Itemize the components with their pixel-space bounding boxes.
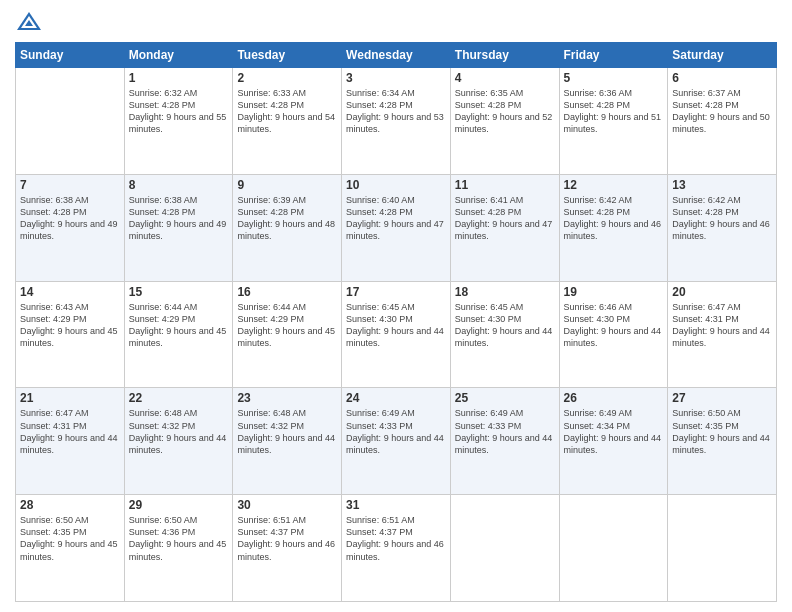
day-cell: 22Sunrise: 6:48 AMSunset: 4:32 PMDayligh… [124, 388, 233, 495]
day-number: 1 [129, 71, 229, 85]
logo [15, 10, 47, 34]
cell-info: Sunrise: 6:48 AMSunset: 4:32 PMDaylight:… [129, 407, 229, 456]
day-cell: 27Sunrise: 6:50 AMSunset: 4:35 PMDayligh… [668, 388, 777, 495]
cell-info: Sunrise: 6:49 AMSunset: 4:33 PMDaylight:… [455, 407, 555, 456]
day-number: 10 [346, 178, 446, 192]
cell-info: Sunrise: 6:50 AMSunset: 4:36 PMDaylight:… [129, 514, 229, 563]
page: SundayMondayTuesdayWednesdayThursdayFrid… [0, 0, 792, 612]
cell-info: Sunrise: 6:40 AMSunset: 4:28 PMDaylight:… [346, 194, 446, 243]
week-row-5: 28Sunrise: 6:50 AMSunset: 4:35 PMDayligh… [16, 495, 777, 602]
cell-info: Sunrise: 6:49 AMSunset: 4:34 PMDaylight:… [564, 407, 664, 456]
day-number: 8 [129, 178, 229, 192]
day-cell: 31Sunrise: 6:51 AMSunset: 4:37 PMDayligh… [342, 495, 451, 602]
day-number: 31 [346, 498, 446, 512]
week-row-4: 21Sunrise: 6:47 AMSunset: 4:31 PMDayligh… [16, 388, 777, 495]
day-cell [668, 495, 777, 602]
cell-info: Sunrise: 6:44 AMSunset: 4:29 PMDaylight:… [129, 301, 229, 350]
logo-icon [15, 10, 43, 34]
day-number: 22 [129, 391, 229, 405]
week-row-1: 1Sunrise: 6:32 AMSunset: 4:28 PMDaylight… [16, 68, 777, 175]
day-cell: 19Sunrise: 6:46 AMSunset: 4:30 PMDayligh… [559, 281, 668, 388]
cell-info: Sunrise: 6:36 AMSunset: 4:28 PMDaylight:… [564, 87, 664, 136]
cell-info: Sunrise: 6:48 AMSunset: 4:32 PMDaylight:… [237, 407, 337, 456]
day-cell: 5Sunrise: 6:36 AMSunset: 4:28 PMDaylight… [559, 68, 668, 175]
day-number: 3 [346, 71, 446, 85]
day-cell: 29Sunrise: 6:50 AMSunset: 4:36 PMDayligh… [124, 495, 233, 602]
day-number: 2 [237, 71, 337, 85]
day-cell: 18Sunrise: 6:45 AMSunset: 4:30 PMDayligh… [450, 281, 559, 388]
day-number: 23 [237, 391, 337, 405]
day-number: 28 [20, 498, 120, 512]
cell-info: Sunrise: 6:33 AMSunset: 4:28 PMDaylight:… [237, 87, 337, 136]
cell-info: Sunrise: 6:44 AMSunset: 4:29 PMDaylight:… [237, 301, 337, 350]
cell-info: Sunrise: 6:32 AMSunset: 4:28 PMDaylight:… [129, 87, 229, 136]
day-number: 18 [455, 285, 555, 299]
day-number: 5 [564, 71, 664, 85]
cell-info: Sunrise: 6:46 AMSunset: 4:30 PMDaylight:… [564, 301, 664, 350]
day-number: 19 [564, 285, 664, 299]
day-number: 6 [672, 71, 772, 85]
day-cell: 23Sunrise: 6:48 AMSunset: 4:32 PMDayligh… [233, 388, 342, 495]
day-cell: 8Sunrise: 6:38 AMSunset: 4:28 PMDaylight… [124, 174, 233, 281]
day-cell: 21Sunrise: 6:47 AMSunset: 4:31 PMDayligh… [16, 388, 125, 495]
col-header-sunday: Sunday [16, 43, 125, 68]
cell-info: Sunrise: 6:50 AMSunset: 4:35 PMDaylight:… [20, 514, 120, 563]
col-header-friday: Friday [559, 43, 668, 68]
cell-info: Sunrise: 6:34 AMSunset: 4:28 PMDaylight:… [346, 87, 446, 136]
cell-info: Sunrise: 6:39 AMSunset: 4:28 PMDaylight:… [237, 194, 337, 243]
col-header-tuesday: Tuesday [233, 43, 342, 68]
cell-info: Sunrise: 6:38 AMSunset: 4:28 PMDaylight:… [129, 194, 229, 243]
day-cell: 9Sunrise: 6:39 AMSunset: 4:28 PMDaylight… [233, 174, 342, 281]
day-cell: 13Sunrise: 6:42 AMSunset: 4:28 PMDayligh… [668, 174, 777, 281]
day-cell: 1Sunrise: 6:32 AMSunset: 4:28 PMDaylight… [124, 68, 233, 175]
day-number: 27 [672, 391, 772, 405]
day-number: 4 [455, 71, 555, 85]
day-number: 17 [346, 285, 446, 299]
calendar-table: SundayMondayTuesdayWednesdayThursdayFrid… [15, 42, 777, 602]
day-number: 21 [20, 391, 120, 405]
day-cell: 28Sunrise: 6:50 AMSunset: 4:35 PMDayligh… [16, 495, 125, 602]
day-number: 26 [564, 391, 664, 405]
day-cell: 16Sunrise: 6:44 AMSunset: 4:29 PMDayligh… [233, 281, 342, 388]
day-number: 24 [346, 391, 446, 405]
day-number: 13 [672, 178, 772, 192]
day-cell: 10Sunrise: 6:40 AMSunset: 4:28 PMDayligh… [342, 174, 451, 281]
day-cell: 15Sunrise: 6:44 AMSunset: 4:29 PMDayligh… [124, 281, 233, 388]
day-cell [450, 495, 559, 602]
col-header-monday: Monday [124, 43, 233, 68]
cell-info: Sunrise: 6:38 AMSunset: 4:28 PMDaylight:… [20, 194, 120, 243]
day-number: 14 [20, 285, 120, 299]
day-number: 30 [237, 498, 337, 512]
col-header-saturday: Saturday [668, 43, 777, 68]
day-number: 20 [672, 285, 772, 299]
col-header-wednesday: Wednesday [342, 43, 451, 68]
day-cell [559, 495, 668, 602]
day-number: 29 [129, 498, 229, 512]
day-cell: 26Sunrise: 6:49 AMSunset: 4:34 PMDayligh… [559, 388, 668, 495]
day-number: 9 [237, 178, 337, 192]
cell-info: Sunrise: 6:35 AMSunset: 4:28 PMDaylight:… [455, 87, 555, 136]
cell-info: Sunrise: 6:51 AMSunset: 4:37 PMDaylight:… [346, 514, 446, 563]
day-cell: 24Sunrise: 6:49 AMSunset: 4:33 PMDayligh… [342, 388, 451, 495]
week-row-3: 14Sunrise: 6:43 AMSunset: 4:29 PMDayligh… [16, 281, 777, 388]
cell-info: Sunrise: 6:47 AMSunset: 4:31 PMDaylight:… [672, 301, 772, 350]
day-number: 7 [20, 178, 120, 192]
cell-info: Sunrise: 6:51 AMSunset: 4:37 PMDaylight:… [237, 514, 337, 563]
day-cell: 17Sunrise: 6:45 AMSunset: 4:30 PMDayligh… [342, 281, 451, 388]
day-number: 25 [455, 391, 555, 405]
day-cell: 30Sunrise: 6:51 AMSunset: 4:37 PMDayligh… [233, 495, 342, 602]
day-cell: 14Sunrise: 6:43 AMSunset: 4:29 PMDayligh… [16, 281, 125, 388]
day-cell: 7Sunrise: 6:38 AMSunset: 4:28 PMDaylight… [16, 174, 125, 281]
day-cell: 2Sunrise: 6:33 AMSunset: 4:28 PMDaylight… [233, 68, 342, 175]
cell-info: Sunrise: 6:49 AMSunset: 4:33 PMDaylight:… [346, 407, 446, 456]
day-number: 16 [237, 285, 337, 299]
cell-info: Sunrise: 6:50 AMSunset: 4:35 PMDaylight:… [672, 407, 772, 456]
day-cell: 12Sunrise: 6:42 AMSunset: 4:28 PMDayligh… [559, 174, 668, 281]
cell-info: Sunrise: 6:43 AMSunset: 4:29 PMDaylight:… [20, 301, 120, 350]
cell-info: Sunrise: 6:41 AMSunset: 4:28 PMDaylight:… [455, 194, 555, 243]
header-row: SundayMondayTuesdayWednesdayThursdayFrid… [16, 43, 777, 68]
cell-info: Sunrise: 6:45 AMSunset: 4:30 PMDaylight:… [346, 301, 446, 350]
cell-info: Sunrise: 6:37 AMSunset: 4:28 PMDaylight:… [672, 87, 772, 136]
day-number: 11 [455, 178, 555, 192]
col-header-thursday: Thursday [450, 43, 559, 68]
